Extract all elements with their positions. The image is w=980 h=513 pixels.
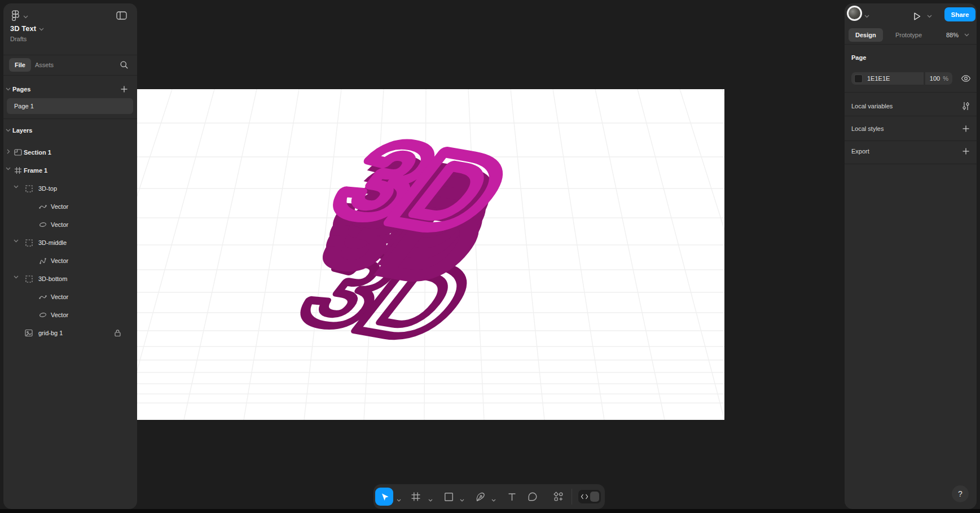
tab-design[interactable]: Design xyxy=(849,28,883,42)
text-tool-button[interactable] xyxy=(503,488,521,506)
layer-row-frame-1[interactable]: Frame 1 xyxy=(3,161,137,179)
opacity-unit: % xyxy=(943,75,948,82)
vector-wave-icon xyxy=(38,256,47,265)
layer-name: Vector xyxy=(51,293,68,300)
layer-row-section-1[interactable]: Section 1 xyxy=(3,143,137,161)
sidebar-toggle-icon[interactable] xyxy=(116,11,127,20)
vector-path-icon xyxy=(38,202,47,211)
tab-prototype[interactable]: Prototype xyxy=(895,32,922,38)
dev-mode-toggle[interactable] xyxy=(578,490,601,503)
zoom-chevron-icon[interactable] xyxy=(964,33,969,37)
local-styles-section[interactable]: Local styles xyxy=(851,125,884,132)
pages-collapse-chevron-icon[interactable] xyxy=(6,87,11,91)
rectangle-tool-chevron-icon[interactable] xyxy=(460,494,464,504)
page-opacity-field[interactable]: 100 % xyxy=(925,72,952,85)
share-button-label: Share xyxy=(951,11,969,18)
add-export-plus-icon[interactable] xyxy=(962,147,970,155)
export-section[interactable]: Export xyxy=(851,148,869,155)
help-button[interactable]: ? xyxy=(952,485,969,502)
visibility-eye-icon[interactable] xyxy=(961,74,971,83)
chevron-down-icon[interactable] xyxy=(6,167,11,170)
layer-row-vector[interactable]: Vector xyxy=(3,288,137,306)
avatar[interactable] xyxy=(847,6,862,21)
comment-bubble-icon xyxy=(528,492,538,502)
3d-text-artwork[interactable]: 3D 3D 3D 3D 3D 3D 3D xyxy=(231,119,574,363)
tab-file[interactable]: File xyxy=(9,58,31,72)
layers-collapse-chevron-icon[interactable] xyxy=(6,129,11,132)
chevron-down-icon[interactable] xyxy=(14,185,19,188)
layer-row-3d-bottom[interactable]: 3D-bottom xyxy=(3,270,137,288)
file-title-chevron-icon[interactable] xyxy=(39,28,44,31)
layers-header[interactable]: Layers xyxy=(12,127,32,134)
pen-tool-icon xyxy=(475,492,486,502)
tab-assets[interactable]: Assets xyxy=(35,62,54,68)
add-page-plus-icon[interactable] xyxy=(120,85,128,93)
layer-row-vector[interactable]: Vector xyxy=(3,306,137,324)
pen-tool-chevron-icon[interactable] xyxy=(491,494,496,504)
chevron-down-icon[interactable] xyxy=(14,239,19,243)
chevron-right-icon[interactable] xyxy=(7,149,10,154)
avatar-image xyxy=(849,7,860,19)
present-play-icon[interactable] xyxy=(912,11,922,21)
group-icon xyxy=(24,184,33,193)
lock-icon[interactable] xyxy=(114,329,121,337)
rectangle-tool-button[interactable] xyxy=(440,488,458,506)
color-swatch[interactable] xyxy=(854,74,863,83)
main-menu-chevron-icon[interactable] xyxy=(23,15,28,19)
layer-row-vector[interactable]: Vector xyxy=(3,252,137,270)
layer-name: Vector xyxy=(51,221,68,228)
search-icon[interactable] xyxy=(120,60,129,69)
actions-tool-button[interactable] xyxy=(550,488,568,506)
file-location-breadcrumb[interactable]: Drafts xyxy=(10,36,27,42)
bottom-toolbar xyxy=(373,484,605,509)
page-item-label: Page 1 xyxy=(14,103,34,109)
chevron-down-icon[interactable] xyxy=(14,275,19,279)
layer-row-vector[interactable]: Vector xyxy=(3,216,137,234)
pages-header[interactable]: Pages xyxy=(12,86,30,93)
variables-sliders-icon[interactable] xyxy=(961,101,970,111)
vector-path-icon xyxy=(38,292,47,301)
layer-row-3d-top[interactable]: 3D-top xyxy=(3,179,137,198)
local-variables-section[interactable]: Local variables xyxy=(851,103,893,109)
group-icon xyxy=(24,238,33,247)
present-chevron-icon[interactable] xyxy=(927,15,932,18)
frame-tool-button[interactable] xyxy=(407,488,425,506)
dev-mode-code-icon xyxy=(581,493,588,500)
figma-logo-icon[interactable] xyxy=(11,10,20,21)
move-tool-chevron-icon[interactable] xyxy=(397,494,401,504)
avatar-chevron-icon[interactable] xyxy=(864,15,869,18)
rectangle-tool-icon xyxy=(444,492,454,502)
page-color-field[interactable]: 1E1E1E xyxy=(851,72,924,85)
pen-tool-button[interactable] xyxy=(471,488,489,506)
layer-name: 3D-top xyxy=(38,185,57,192)
divider xyxy=(3,75,137,76)
left-sidebar: 3D Text Drafts File Assets Pages Page 1 xyxy=(3,3,137,509)
layer-name: 3D-middle xyxy=(38,239,67,246)
divider xyxy=(845,92,977,93)
color-hex-value[interactable]: 1E1E1E xyxy=(867,75,890,82)
layer-row-vector[interactable]: Vector xyxy=(3,198,137,216)
file-title[interactable]: 3D Text xyxy=(10,24,36,33)
share-button[interactable]: Share xyxy=(944,7,975,21)
layer-name: Section 1 xyxy=(24,149,51,156)
layer-name: Vector xyxy=(51,203,68,210)
actions-icon xyxy=(553,492,564,502)
layer-name: Vector xyxy=(51,257,68,264)
move-tool-button[interactable] xyxy=(375,488,393,506)
right-sidebar: Share Design Prototype 88% Page 1E1E1E 1… xyxy=(845,3,977,509)
frame-tool-chevron-icon[interactable] xyxy=(428,494,433,504)
canvas[interactable]: 3D 3D 3D 3D 3D 3D 3D xyxy=(137,89,724,420)
tab-file-label: File xyxy=(15,62,25,68)
opacity-value[interactable]: 100 xyxy=(930,75,940,82)
frame-tool-icon xyxy=(411,492,421,502)
vector-ellipse-icon xyxy=(38,310,47,319)
add-style-plus-icon[interactable] xyxy=(962,125,970,133)
text-tool-icon xyxy=(507,492,517,502)
zoom-level[interactable]: 88% xyxy=(946,32,959,38)
layer-row-3d-middle[interactable]: 3D-middle xyxy=(3,234,137,252)
window-bottom-edge xyxy=(0,509,980,513)
comment-tool-button[interactable] xyxy=(524,488,542,506)
page-list-item-selected[interactable]: Page 1 xyxy=(7,98,133,114)
dev-mode-toggle-knob[interactable] xyxy=(590,492,599,502)
layer-row-grid-bg[interactable]: grid-bg 1 xyxy=(3,324,137,342)
